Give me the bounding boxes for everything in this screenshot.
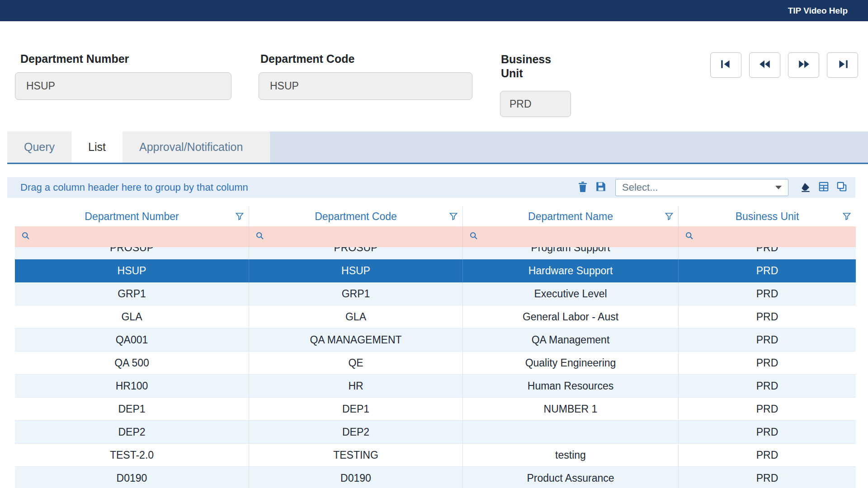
filter-cell-department-number[interactable] xyxy=(15,226,249,247)
filter-input[interactable] xyxy=(34,231,249,242)
table-cell: QA001 xyxy=(15,328,249,351)
table-cell: PRD xyxy=(679,282,856,305)
department-grid: Department NumberDepartment CodeDepartme… xyxy=(15,206,856,488)
table-cell: testing xyxy=(463,444,679,466)
business-unit-label: Business Unit xyxy=(501,52,557,81)
trash-icon xyxy=(577,181,588,194)
filter-funnel-icon[interactable] xyxy=(449,212,458,221)
department-code-field[interactable] xyxy=(259,72,472,100)
table-row[interactable]: PROSUPPROSUPProgram SupportPRD xyxy=(15,247,856,259)
filter-input[interactable] xyxy=(482,231,678,242)
table-row[interactable]: QA001QA MANAGEMENTQA ManagementPRD xyxy=(15,328,856,352)
filter-cell-business-unit[interactable] xyxy=(679,226,856,247)
department-number-field[interactable] xyxy=(15,72,231,100)
table-cell: QA 500 xyxy=(15,352,249,374)
first-record-button[interactable] xyxy=(710,52,741,78)
filter-funnel-icon[interactable] xyxy=(235,212,244,221)
table-cell: TEST-2.0 xyxy=(15,444,249,466)
filter-cell-department-code[interactable] xyxy=(249,226,463,247)
next-record-button[interactable] xyxy=(788,52,819,78)
table-cell: PRD xyxy=(679,352,856,374)
filter-funnel-icon[interactable] xyxy=(665,212,674,221)
table-cell: PROSUP xyxy=(249,247,463,259)
table-cell xyxy=(463,421,679,443)
table-cell: PRD xyxy=(679,259,856,282)
table-row[interactable]: GRP1GRP1Executive LevelPRD xyxy=(15,282,856,305)
eraser-icon xyxy=(800,181,811,194)
table-cell: Human Resources xyxy=(463,375,679,397)
table-row[interactable]: HSUPHSUPHardware SupportPRD xyxy=(15,259,856,282)
copy-button[interactable] xyxy=(833,178,851,197)
table-cell: QA Management xyxy=(463,328,679,351)
table-cell: DEP2 xyxy=(15,421,249,443)
filter-cell-department-name[interactable] xyxy=(463,226,679,247)
app-window: TIP Video Help Department Number Departm… xyxy=(0,0,868,488)
filter-funnel-icon[interactable] xyxy=(842,212,851,221)
grid-filter-row xyxy=(15,226,856,247)
column-header-label: Department Number xyxy=(85,211,179,223)
table-cell: DEP1 xyxy=(249,398,463,420)
grid-body: PROSUPPROSUPProgram SupportPRDHSUPHSUPHa… xyxy=(15,247,856,488)
export-excel-icon xyxy=(818,181,830,194)
column-header-label: Business Unit xyxy=(736,211,799,223)
table-row[interactable]: QA 500QEQuality EngineeringPRD xyxy=(15,352,856,375)
export-excel-button[interactable] xyxy=(815,178,833,197)
table-cell: D0190 xyxy=(15,467,249,488)
table-row[interactable]: TEST-2.0TESTINGtestingPRD xyxy=(15,444,856,467)
select-placeholder: Select... xyxy=(616,182,775,193)
filter-input[interactable] xyxy=(268,231,462,242)
group-by-hint: Drag a column header here to group by th… xyxy=(20,182,248,193)
column-header-label: Department Name xyxy=(528,211,613,223)
table-cell: PRD xyxy=(679,467,856,488)
tab-list[interactable]: List xyxy=(71,131,123,163)
column-header-label: Department Code xyxy=(315,211,397,223)
table-row[interactable]: GLAGLAGeneral Labor - AustPRD xyxy=(15,305,856,328)
last-record-button[interactable] xyxy=(827,52,858,78)
table-cell: HR xyxy=(249,375,463,397)
table-row[interactable]: DEP1DEP1NUMBER 1PRD xyxy=(15,398,856,421)
column-header-department-name[interactable]: Department Name xyxy=(463,206,679,226)
rewind-icon xyxy=(759,59,771,71)
table-row[interactable]: HR100HRHuman ResourcesPRD xyxy=(15,375,856,398)
business-unit-field[interactable] xyxy=(500,91,571,117)
save-disk-icon xyxy=(595,181,607,194)
table-cell: Program Support xyxy=(463,247,679,259)
column-header-department-number[interactable]: Department Number xyxy=(15,206,249,226)
clear-filter-button[interactable] xyxy=(797,178,815,197)
table-cell: PRD xyxy=(679,444,856,466)
save-button[interactable] xyxy=(592,178,610,197)
layout-select-dropdown[interactable]: Select... xyxy=(615,179,788,196)
grid-toolbar: Drag a column header here to group by th… xyxy=(7,177,855,198)
column-header-department-code[interactable]: Department Code xyxy=(249,206,463,226)
column-header-business-unit[interactable]: Business Unit xyxy=(679,206,856,226)
filter-input[interactable] xyxy=(698,231,856,242)
tab-label: List xyxy=(88,141,106,154)
delete-button[interactable] xyxy=(574,178,592,197)
search-icon xyxy=(255,231,264,242)
table-row[interactable]: DEP2DEP2PRD xyxy=(15,421,856,444)
tab-label: Query xyxy=(24,141,55,154)
table-cell: TESTING xyxy=(249,444,463,466)
table-row[interactable]: D0190D0190Product AssurancePRD xyxy=(15,467,856,488)
previous-record-button[interactable] xyxy=(749,52,780,78)
table-cell: GLA xyxy=(15,305,249,328)
table-cell: General Labor - Aust xyxy=(463,305,679,328)
tip-video-help-link[interactable]: TIP Video Help xyxy=(788,6,848,16)
search-icon xyxy=(21,231,30,242)
skip-to-last-icon xyxy=(836,59,849,71)
tab-query[interactable]: Query xyxy=(7,131,71,163)
chevron-down-icon xyxy=(775,186,782,189)
table-cell: GLA xyxy=(249,305,463,328)
department-number-label: Department Number xyxy=(20,52,129,66)
search-icon xyxy=(685,231,694,242)
tab-label: Approval/Notification xyxy=(139,141,243,154)
table-cell: PRD xyxy=(679,247,856,259)
table-cell: NUMBER 1 xyxy=(463,398,679,420)
tab-approval-notification[interactable]: Approval/Notification xyxy=(123,131,259,163)
table-cell: PRD xyxy=(679,398,856,420)
grid-body-viewport[interactable]: PROSUPPROSUPProgram SupportPRDHSUPHSUPHa… xyxy=(15,247,856,488)
table-cell: HSUP xyxy=(15,259,249,282)
search-icon xyxy=(469,231,478,242)
table-cell: GRP1 xyxy=(15,282,249,305)
table-cell: QE xyxy=(249,352,463,374)
